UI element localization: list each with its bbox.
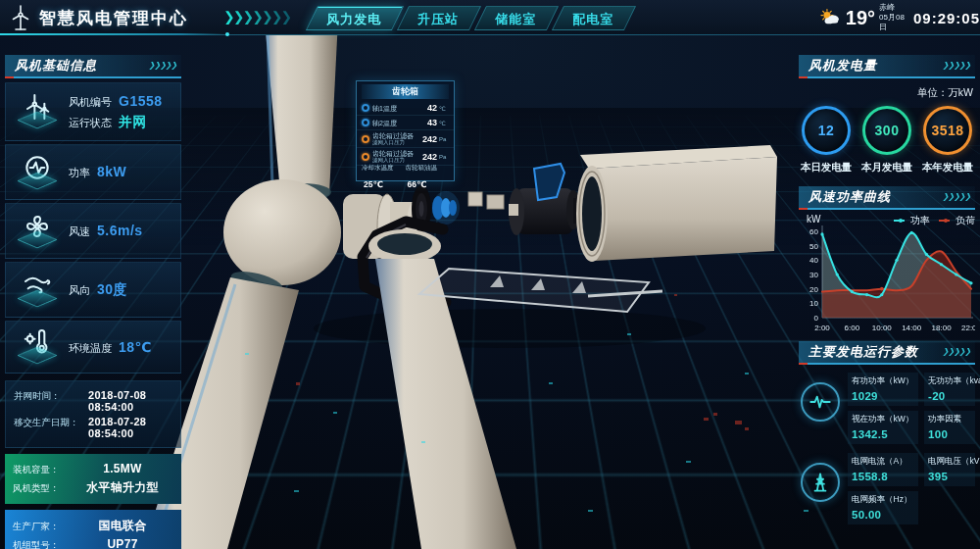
tab-booster-station[interactable]: 升压站 <box>397 6 481 30</box>
wind-turbine-logo <box>6 3 35 32</box>
temperature: 19° <box>846 7 875 29</box>
unit-label: 单位：万kW <box>801 86 973 100</box>
gauge-value: 12 <box>818 123 835 138</box>
city-date: 赤峰 05月08日 <box>879 3 906 32</box>
gauge-daily: 12 本日发电量 <box>799 106 854 175</box>
generation-panel: 风机发电量 ❯❯❯❯❯ 单位：万kW 12 本日发电量 300 本月发电量 35… <box>799 55 975 525</box>
filter-pressure-icon <box>362 135 369 143</box>
tip-unit: ℃ <box>439 120 449 126</box>
gauge-monthly: 300 本月发电量 <box>859 106 914 175</box>
param-value: 395 <box>928 471 971 482</box>
clock: 09:29:05 <box>913 10 980 26</box>
date: 05月08日 <box>879 13 906 32</box>
waveform-icon <box>801 382 840 422</box>
card-capacity: 装机容量：1.5MW 风机类型：水平轴升力型 <box>5 454 181 504</box>
ambient-temp-value: 18℃ <box>119 339 152 355</box>
chevrons-icon: ❯❯❯❯❯ <box>942 341 970 363</box>
param-value: 50.00 <box>852 509 914 521</box>
power-value: 8kW <box>97 164 126 179</box>
chevrons-icon: ❯❯❯❯❯ <box>942 55 970 76</box>
field-label: 风机类型： <box>13 482 72 495</box>
unit-model-value: UP77 <box>72 537 173 549</box>
gearbox-tooltip: 齿轮箱 轴1温度 42 ℃ 轴2温度 43 ℃ 齿轮箱过滤器滤网入口压力 242… <box>356 80 455 181</box>
svg-text:30: 30 <box>809 271 818 279</box>
sun-cloud-icon <box>819 5 843 30</box>
svg-text:10: 10 <box>809 299 818 308</box>
card-turbine-id: 风机编号G1558 运行状态并网 <box>5 82 181 141</box>
param-grid-frequency: 电网频率（Hz） 50.00 <box>848 491 918 524</box>
param-value: -20 <box>928 390 971 402</box>
tooltip-row: 轴2温度 43 ℃ <box>357 116 454 130</box>
svg-text:14:00: 14:00 <box>902 324 922 332</box>
param-label: 电网频率（Hz） <box>852 494 914 506</box>
param-grid-voltage: 电网电压（kV） 395 <box>924 453 975 486</box>
field-label: 并网时间： <box>14 390 88 403</box>
tab-label: 升压站 <box>417 8 459 31</box>
card-ambient-temp: 环境温度18℃ <box>5 321 181 374</box>
param-reactive-power: 无功功率（kvar） -20 <box>924 373 975 406</box>
turbine-type-value: 水平轴升力型 <box>72 479 173 496</box>
turbine-info-panel: 风机基础信息 ❯❯❯❯❯ 风机编号G1558 运行状态并网 <box>5 55 181 549</box>
tab-distribution-room[interactable]: 配电室 <box>552 6 636 30</box>
svg-text:22:00: 22:00 <box>961 324 975 332</box>
gauge-yearly: 3518 本年发电量 <box>920 106 975 175</box>
generation-gauges: 12 本日发电量 300 本月发电量 3518 本年发电量 <box>799 106 975 175</box>
line-chart: 01020304050602:006:0010:0014:0018:0022:0… <box>799 218 975 333</box>
param-label: 无功功率（kvar） <box>928 375 971 387</box>
card-dates: 并网时间：2018-07-08 08:54:00 移交生产日期：2018-07-… <box>5 380 181 448</box>
tip-value: 242 <box>422 134 437 144</box>
fan-icon <box>12 206 63 257</box>
param-value: 1558.8 <box>852 471 914 482</box>
chevrons-icon: ❯❯❯❯❯ <box>148 55 176 76</box>
header-underline <box>0 33 225 35</box>
capacity-value: 1.5MW <box>72 462 173 475</box>
param-grid-current: 电网电流（A） 1558.8 <box>848 453 918 486</box>
manufacturer-value: 国电联合 <box>72 518 173 534</box>
wind-speed-value: 5.6m/s <box>97 223 143 238</box>
param-value: 1029 <box>852 390 914 402</box>
top-header: 智慧风电管理中心 ❯❯❯❯❯❯❯ 风力发电 升压站 储能室 配电室 19° 赤峰 <box>0 0 980 35</box>
svg-text:2:00: 2:00 <box>814 324 830 332</box>
transmission-tower-icon <box>801 463 840 502</box>
tip-value: 42 <box>427 103 437 113</box>
tip-value: 43 <box>427 118 437 127</box>
tooltip-row: 齿轮箱过滤器滤网入口压力 242 Pa <box>357 130 454 148</box>
section-header-generation: 风机发电量 ❯❯❯❯❯ <box>799 55 975 78</box>
turbine-id-value: G1558 <box>119 93 163 109</box>
tip-label2: 滤网入口压力 <box>372 139 414 145</box>
gauge-label: 本年发电量 <box>920 161 975 175</box>
field-label: 移交生产日期： <box>14 417 88 429</box>
wind-direction-icon <box>12 265 63 316</box>
tip-unit: ℃ <box>439 105 449 112</box>
field-label: 功率 <box>69 166 90 180</box>
section-title: 主要发电运行参数 <box>808 344 918 359</box>
wind-turbine-icon <box>12 86 63 137</box>
param-label: 电网电压（kV） <box>928 456 971 468</box>
card-power: 功率8kW <box>5 144 181 200</box>
dashboard: 智慧风电管理中心 ❯❯❯❯❯❯❯ 风力发电 升压站 储能室 配电室 19° 赤峰 <box>0 0 980 549</box>
tab-label: 风力发电 <box>326 8 381 31</box>
power-pulse-icon <box>12 147 63 198</box>
main-nav: 风力发电 升压站 储能室 配电室 <box>312 6 635 31</box>
param-label: 功率因素 <box>928 414 971 425</box>
tab-energy-storage[interactable]: 储能室 <box>474 6 559 30</box>
tab-wind-power[interactable]: 风力发电 <box>306 6 404 30</box>
gauge-value: 3518 <box>931 123 963 138</box>
handover-date: 2018-07-28 08:54:00 <box>88 416 172 439</box>
field-label: 风向 <box>69 283 90 298</box>
wind-direction-value: 30度 <box>97 281 127 299</box>
power-params-group: 有功功率（kW） 1029 无功功率（kvar） -20 视在功率（kW） 13… <box>799 373 975 445</box>
param-label: 有功功率（kW） <box>852 375 914 387</box>
gauge-value: 300 <box>875 123 900 138</box>
grid-connect-time: 2018-07-08 08:54:00 <box>88 389 172 413</box>
shaft-temp-icon <box>362 119 369 126</box>
svg-text:60: 60 <box>809 227 818 236</box>
tip-label: 齿轮箱过滤器 <box>372 132 414 139</box>
svg-text:40: 40 <box>809 256 818 265</box>
field-label: 风速 <box>69 225 90 239</box>
gauge-ring: 300 <box>862 106 911 155</box>
chevrons-icon: ❯❯❯❯❯❯❯ <box>223 9 290 25</box>
param-power-factor: 功率因素 100 <box>924 411 975 444</box>
field-label: 机组型号： <box>13 539 72 549</box>
tip-footer-label: 齿轮箱油温 <box>406 164 438 171</box>
